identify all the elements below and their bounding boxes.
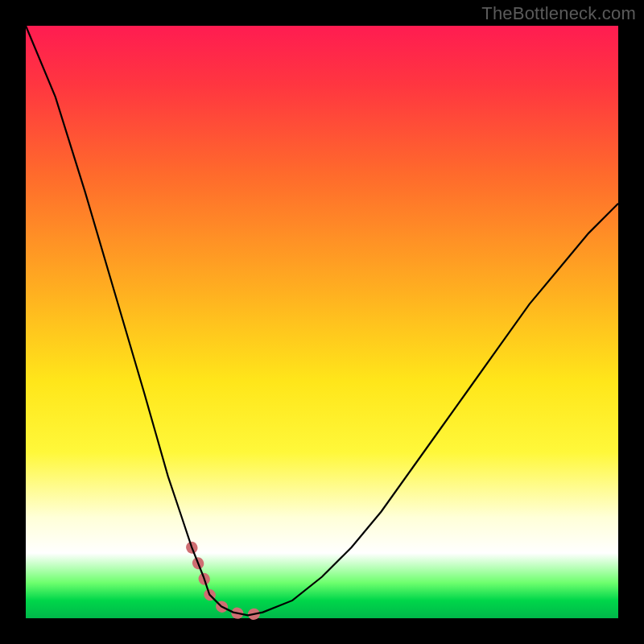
curve-svg bbox=[26, 26, 618, 618]
plot-area bbox=[26, 26, 618, 618]
bottleneck-curve bbox=[26, 26, 618, 615]
chart-frame: TheBottleneck.com bbox=[0, 0, 644, 644]
watermark-text: TheBottleneck.com bbox=[481, 3, 636, 24]
optimal-highlight bbox=[192, 547, 262, 616]
